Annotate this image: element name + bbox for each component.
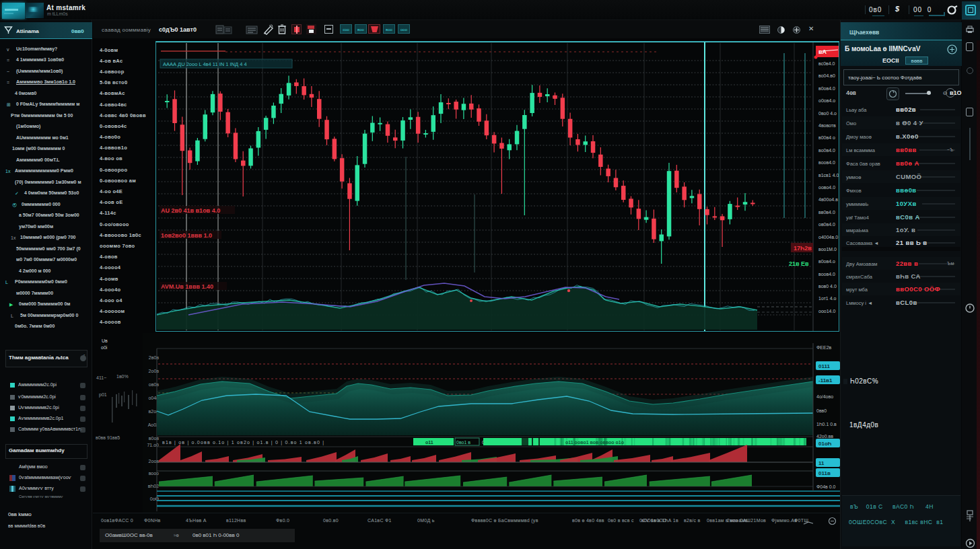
svg-text:ооо14.0: ооо14.0	[818, 309, 835, 314]
svg-text:4вовотв: 4вовотв	[818, 123, 836, 128]
svg-text:во0в4.0: во0в4.0	[818, 148, 835, 153]
svg-text:о0ов4.о: о0ов4.о	[818, 98, 835, 103]
svg-text:ов0в: ов0в	[149, 382, 160, 387]
svg-text:АААА ДU 2ооо L 4в4 11 ІN 1 ІNД: АААА ДU 2ооо L 4в4 11 ІN 1 ІNД 4 4	[163, 61, 247, 67]
svg-text:вов0 4.0: вов0 4.0	[818, 284, 837, 289]
svg-text:воов4.0: воов4.0	[818, 160, 835, 165]
svg-text:0во1 в: 0во1 в	[456, 440, 470, 445]
svg-text:17Һ2в: 17Һ2в	[794, 245, 812, 252]
svg-text:оово4.0: оово4.0	[818, 185, 835, 190]
svg-text:вооо: вооо	[149, 471, 159, 476]
svg-text:-11в1: -11в1	[818, 377, 833, 383]
svg-text:воо1М.0: воо1М.0	[818, 247, 837, 252]
svg-text:вс0в4.0: вс0в4.0	[818, 61, 835, 66]
svg-text:Ф04в 0.0: Ф04в 0.0	[816, 484, 836, 489]
svg-text:в1в | ов | о.0овв о.1о | 1 ов2: в1в | ов | о.0овв о.1о | 1 ов2о | о1.в |…	[162, 440, 324, 445]
svg-text:в00в4 о: в00в4 о	[818, 135, 835, 140]
svg-text:о4004в.0: о4004в.0	[818, 235, 838, 240]
svg-text:о11 оово1 вов оввоо о1о: о11 оово1 вов оввоо о1о	[565, 440, 624, 445]
svg-text:воов4.0: воов4.0	[818, 272, 835, 277]
svg-text:4в00о4.в: 4в00о4.в	[818, 197, 838, 202]
svg-text:вА: вА	[818, 48, 827, 55]
svg-text:1Һ0.1 0.в: 1Һ0.1 0.в	[816, 422, 837, 427]
svg-text:42о0.вв: 42о0.вв	[816, 434, 833, 439]
svg-text:1от1 4.о: 1от1 4.о	[818, 296, 837, 301]
svg-text:ов0в4.0: ов0в4.0	[818, 222, 835, 227]
svg-text:4о/4ово: 4о/4ово	[816, 394, 833, 399]
svg-text:в0ов4.0: в0ов4.0	[818, 86, 835, 91]
svg-text:во04.в0: во04.в0	[818, 73, 835, 78]
svg-text:вв0в4.0: вв0в4.0	[818, 210, 835, 215]
svg-text:0вв0: 0вв0	[816, 408, 827, 413]
svg-text:AU 2в0 41в в1ов 4.0: AU 2в0 41в в1ов 4.0	[161, 207, 220, 214]
svg-text:0111: 0111	[818, 363, 830, 369]
svg-text:о11: о11	[425, 440, 433, 445]
svg-text:ФЕЕ2в: ФЕЕ2в	[816, 345, 832, 350]
svg-text:в0ов4.о: в0ов4.о	[818, 259, 835, 264]
svg-text:011в: 011в	[818, 470, 831, 476]
svg-text:11: 11	[818, 460, 825, 466]
svg-text:0во0 4.о: 0во0 4.о	[818, 111, 837, 116]
svg-text:2о0в: 2о0в	[149, 369, 160, 373]
svg-text:01оҺ: 01оҺ	[818, 441, 832, 447]
svg-text:21в Ев: 21в Ев	[789, 260, 809, 267]
svg-text:2оов: 2оов	[149, 459, 160, 464]
svg-text:2в0в: 2в0в	[149, 355, 160, 360]
svg-text:AVМ.Uв 1ввв 1.40: AVМ.Uв 1ввв 1.40	[161, 283, 213, 290]
svg-text:в1св1 4.0: в1св1 4.0	[818, 173, 839, 178]
svg-text:1ов2во0 1ввв 1.0: 1ов2во0 1ввв 1.0	[161, 232, 212, 239]
